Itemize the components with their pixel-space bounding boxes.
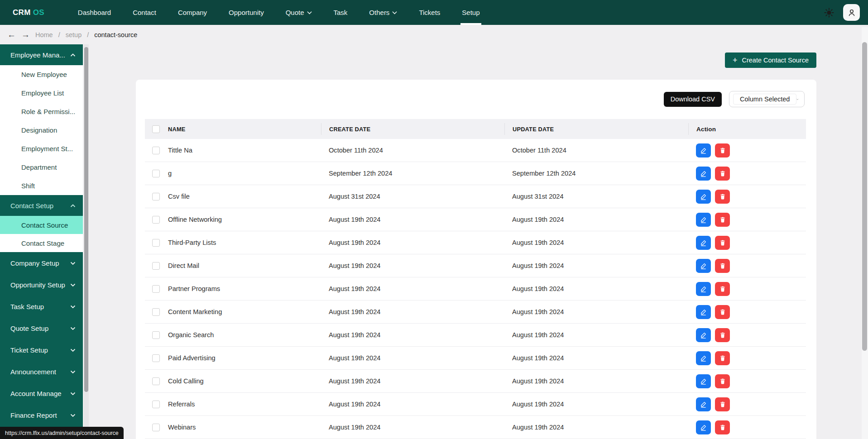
delete-button[interactable] bbox=[715, 351, 730, 365]
row-checkbox[interactable] bbox=[152, 331, 160, 339]
forward-icon[interactable]: → bbox=[21, 30, 30, 39]
sidebar-item[interactable]: New Employee bbox=[0, 65, 83, 84]
row-checkbox[interactable] bbox=[152, 216, 160, 224]
row-checkbox[interactable] bbox=[152, 285, 160, 293]
profile-button[interactable] bbox=[843, 4, 860, 21]
trash-icon bbox=[719, 309, 726, 315]
delete-button[interactable] bbox=[715, 259, 730, 273]
edit-button[interactable] bbox=[696, 213, 711, 227]
download-csv-button[interactable]: Download CSV bbox=[664, 92, 722, 107]
nav-item-company[interactable]: Company bbox=[167, 0, 218, 25]
delete-button[interactable] bbox=[715, 374, 730, 388]
nav-item-contact[interactable]: Contact bbox=[122, 0, 167, 25]
breadcrumb-setup[interactable]: setup bbox=[66, 31, 82, 38]
edit-button[interactable] bbox=[696, 420, 711, 434]
back-icon[interactable]: ← bbox=[7, 30, 16, 39]
nav-item-quote[interactable]: Quote bbox=[275, 0, 323, 25]
row-checkbox[interactable] bbox=[152, 193, 160, 200]
row-update-date: August 19th 2024 bbox=[504, 424, 688, 431]
sidebar-group-collapsed[interactable]: Announcement bbox=[0, 361, 83, 382]
edit-button[interactable] bbox=[696, 143, 711, 157]
delete-button[interactable] bbox=[715, 397, 730, 411]
sidebar-scrollbar-thumb[interactable] bbox=[84, 47, 88, 392]
sidebar-item[interactable]: Shift bbox=[0, 177, 83, 195]
collapsed-groups: Company Setup Opportunity Setup Task Set… bbox=[0, 252, 83, 426]
nav-item-setup[interactable]: Setup bbox=[451, 0, 490, 25]
delete-button[interactable] bbox=[715, 282, 730, 296]
sidebar-item[interactable]: Role & Permissi... bbox=[0, 102, 83, 121]
nav-item-tickets[interactable]: Tickets bbox=[408, 0, 451, 25]
sidebar-item[interactable]: Department bbox=[0, 158, 83, 177]
delete-button[interactable] bbox=[715, 190, 730, 204]
column-selected-dropdown[interactable]: Column Selected bbox=[729, 91, 805, 107]
edit-button[interactable] bbox=[696, 328, 711, 342]
delete-button[interactable] bbox=[715, 236, 730, 250]
table-row: Offline Networking August 19th 2024 Augu… bbox=[145, 208, 806, 231]
sidebar-group-contact-setup[interactable]: Contact Setup bbox=[0, 195, 83, 216]
row-checkbox[interactable] bbox=[152, 262, 160, 270]
table-body: Tittle Na October 11th 2024 October 11th… bbox=[145, 139, 806, 439]
sidebar-group-collapsed[interactable]: Task Setup bbox=[0, 296, 83, 317]
chevron-down-icon bbox=[70, 305, 76, 309]
row-checkbox[interactable] bbox=[152, 354, 160, 362]
edit-button[interactable] bbox=[696, 167, 711, 181]
pencil-icon bbox=[700, 401, 707, 408]
sidebar-item-contact-stage[interactable]: Contact Stage bbox=[0, 234, 83, 252]
row-checkbox[interactable] bbox=[152, 424, 160, 431]
edit-button[interactable] bbox=[696, 236, 711, 250]
sidebar-item-contact-source[interactable]: Contact Source bbox=[0, 216, 83, 234]
table-row: Referrals August 19th 2024 August 19th 2… bbox=[145, 393, 806, 416]
delete-button[interactable] bbox=[715, 328, 730, 342]
select-all-checkbox[interactable] bbox=[152, 125, 160, 133]
chevron-down-icon bbox=[70, 261, 76, 265]
pencil-icon bbox=[700, 216, 707, 223]
nav-item-others[interactable]: Others bbox=[358, 0, 408, 25]
header-name: NAME bbox=[168, 126, 321, 133]
sidebar-item[interactable]: Employment St... bbox=[0, 139, 83, 158]
main-nav: Dashboard Contact Company Opportunity Qu… bbox=[67, 0, 491, 25]
sidebar-group-collapsed[interactable]: Quote Setup bbox=[0, 317, 83, 339]
edit-button[interactable] bbox=[696, 351, 711, 365]
app-logo: CRMOS bbox=[13, 8, 44, 17]
page-scrollbar[interactable] bbox=[862, 27, 868, 439]
nav-item-dashboard[interactable]: Dashboard bbox=[67, 0, 122, 25]
row-create-date: August 19th 2024 bbox=[321, 308, 504, 315]
row-checkbox[interactable] bbox=[152, 170, 160, 177]
sidebar-item[interactable]: Designation bbox=[0, 121, 83, 139]
delete-button[interactable] bbox=[715, 213, 730, 227]
sidebar-item[interactable]: Employee List bbox=[0, 84, 83, 102]
sidebar-group-collapsed[interactable]: Account Manage bbox=[0, 382, 83, 404]
row-checkbox[interactable] bbox=[152, 377, 160, 385]
edit-button[interactable] bbox=[696, 374, 711, 388]
pencil-icon bbox=[700, 193, 707, 200]
pencil-icon bbox=[700, 378, 707, 385]
create-contact-source-button[interactable]: + Create Contact Source bbox=[725, 52, 816, 68]
nav-item-opportunity[interactable]: Opportunity bbox=[218, 0, 275, 25]
delete-button[interactable] bbox=[715, 143, 730, 157]
row-checkbox[interactable] bbox=[152, 401, 160, 408]
sidebar-scrollbar[interactable] bbox=[84, 44, 89, 439]
sidebar-group-collapsed[interactable]: Finance Report bbox=[0, 404, 83, 426]
row-checkbox[interactable] bbox=[152, 308, 160, 316]
edit-button[interactable] bbox=[696, 190, 711, 204]
logo-primary: CRM bbox=[13, 8, 31, 17]
edit-button[interactable] bbox=[696, 282, 711, 296]
sidebar-group-collapsed[interactable]: Ticket Setup bbox=[0, 339, 83, 361]
sidebar-group-collapsed[interactable]: Company Setup bbox=[0, 252, 83, 274]
theme-toggle-button[interactable] bbox=[823, 7, 835, 19]
row-update-date: September 12th 2024 bbox=[504, 170, 688, 177]
delete-button[interactable] bbox=[715, 167, 730, 181]
sidebar-group-collapsed[interactable]: Opportunity Setup bbox=[0, 274, 83, 296]
nav-item-task[interactable]: Task bbox=[323, 0, 359, 25]
edit-button[interactable] bbox=[696, 305, 711, 319]
page-scrollbar-thumb[interactable] bbox=[862, 42, 867, 351]
edit-button[interactable] bbox=[696, 397, 711, 411]
delete-button[interactable] bbox=[715, 420, 730, 434]
breadcrumb-home[interactable]: Home bbox=[35, 31, 53, 38]
row-checkbox[interactable] bbox=[152, 239, 160, 247]
row-checkbox[interactable] bbox=[152, 147, 160, 154]
pencil-icon bbox=[700, 309, 707, 315]
sidebar-group-employee-management[interactable]: Employee Mana... bbox=[0, 44, 83, 65]
edit-button[interactable] bbox=[696, 259, 711, 273]
delete-button[interactable] bbox=[715, 305, 730, 319]
